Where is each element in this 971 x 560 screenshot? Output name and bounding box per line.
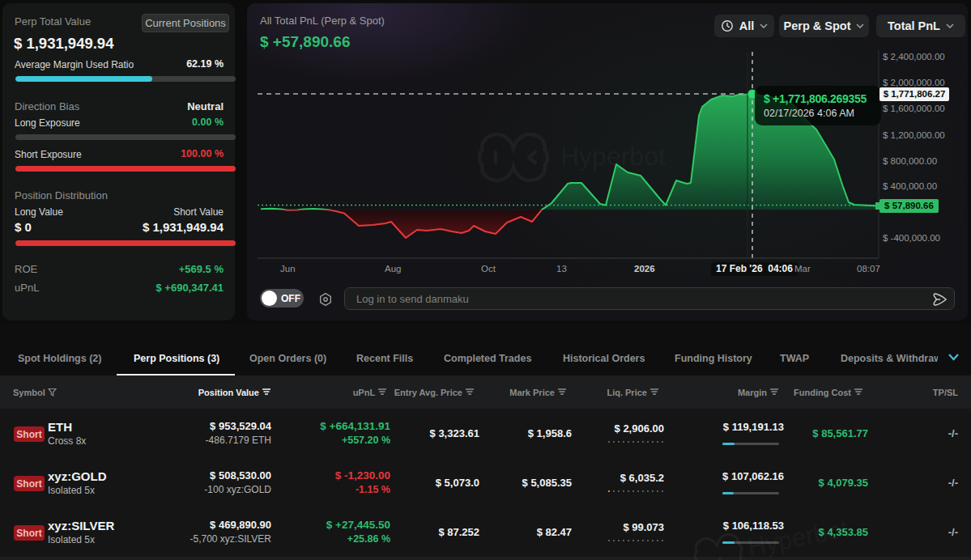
svg-text:Hyperbot: Hyperbot <box>560 142 666 171</box>
svg-text:Hyperbot: Hyperbot <box>745 514 851 560</box>
